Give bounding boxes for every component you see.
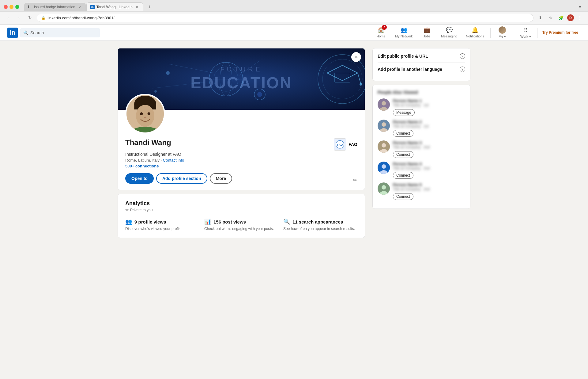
svg-point-24 [140, 112, 143, 115]
analytics-search-appearances[interactable]: 🔍 11 search appearances See how often yo… [283, 218, 357, 232]
list-item: Person Name 1 Title at Company · 1st Mes… [378, 98, 465, 116]
my-network-icon: 👥 [401, 27, 407, 33]
linkedin-nav: 🏠 8 Home 👥 My Network 💼 Jobs 💬 Messaging… [372, 25, 581, 41]
edit-profile-button[interactable]: ✏ [350, 175, 360, 185]
fao-logo-svg: FAO [336, 140, 344, 149]
post-views-icon: 📊 [204, 218, 211, 225]
message-button[interactable]: Message [393, 109, 415, 116]
edit-public-profile-help[interactable]: ? [460, 53, 465, 59]
people-card-title: People Also Viewed [378, 90, 465, 95]
contact-info-link[interactable]: Contact info [163, 158, 184, 163]
profile-info-container: Thandi Wang FAO FAO I [118, 110, 365, 190]
maximize-button[interactable] [15, 5, 19, 9]
svg-point-38 [382, 143, 386, 147]
nav-home[interactable]: 🏠 8 Home [372, 25, 390, 41]
nav-messaging[interactable]: 💬 Messaging [437, 25, 461, 41]
person-name: Person Name 1 [393, 98, 465, 103]
profile-views-icon: 👥 [125, 218, 132, 225]
nav-jobs[interactable]: 💼 Jobs [418, 25, 436, 41]
close-button[interactable] [4, 5, 8, 9]
nav-messaging-label: Messaging [441, 34, 457, 38]
forward-button[interactable]: › [15, 13, 23, 22]
connect-button[interactable]: Connect [393, 151, 413, 158]
nav-my-network[interactable]: 👥 My Network [391, 25, 417, 41]
profile-info-area: Thandi Wang FAO FAO I [118, 135, 365, 190]
person-actions: Connect [393, 151, 465, 158]
address-bar[interactable]: 🔒 linkedin.com/in/thandi-wang-7ab8901/ [37, 14, 533, 22]
notifications-icon: 🔔 [472, 27, 478, 33]
nav-home-label: Home [376, 34, 385, 38]
connections-link[interactable]: 500+ connections [125, 164, 357, 168]
org-logo: FAO [334, 138, 346, 151]
profile-headline: Instructional Designer at FAO [125, 152, 357, 157]
main-content: FUTURE EDUCATION [110, 41, 478, 245]
browser-chrome: ℹ Issued badge information ✕ in Tandi Wa… [0, 0, 588, 25]
minimize-button[interactable] [9, 5, 13, 9]
share-icon[interactable]: ⬆ [536, 13, 545, 22]
reload-button[interactable]: ↻ [26, 13, 34, 22]
search-input[interactable] [30, 30, 97, 35]
analytics-search-appearances-desc: See how often you appear in search resul… [283, 226, 357, 232]
person-actions: Connect [393, 130, 465, 137]
avatar-svg [126, 94, 164, 134]
analytics-profile-views-value: 9 profile views [134, 219, 166, 224]
menu-icon[interactable]: ⋮ [576, 13, 584, 22]
profile-org[interactable]: FAO FAO [334, 138, 357, 151]
nav-me-label: Me ▾ [499, 35, 506, 39]
nav-divider-3 [537, 28, 537, 38]
lock-icon: 🔒 [41, 16, 46, 20]
person-desc: Title at Company · 2nd [393, 187, 465, 192]
nav-notifications[interactable]: 🔔 Notifications [462, 25, 488, 41]
messaging-icon: 💬 [446, 27, 453, 33]
search-icon: 🔍 [23, 30, 28, 35]
tab-favicon-1: ℹ [28, 5, 32, 9]
open-to-button[interactable]: Open to [125, 173, 154, 184]
tab-linkedin[interactable]: in Tandi Wang | LinkedIn ✕ [86, 2, 143, 11]
list-item: Person Name 5 Title at Company · 2nd Con… [378, 182, 465, 200]
svg-text:FAO: FAO [337, 143, 343, 146]
jobs-icon: 💼 [424, 27, 430, 33]
back-button[interactable]: ‹ [4, 13, 12, 22]
connect-button[interactable]: Connect [393, 193, 413, 200]
tab-title-2: Tandi Wang | LinkedIn [96, 5, 133, 9]
add-tab-button[interactable]: + [145, 3, 154, 11]
analytics-title: Analytics [125, 200, 357, 207]
person-name: Person Name 4 [393, 162, 465, 166]
edit-cover-icon: ✏ [355, 55, 358, 59]
analytics-post-views[interactable]: 📊 156 post views Check out who's engagin… [204, 218, 278, 232]
more-button[interactable]: More [210, 173, 232, 184]
svg-point-28 [141, 96, 149, 104]
linkedin-logo[interactable]: in [7, 28, 18, 38]
avatar [378, 140, 390, 153]
avatar [378, 162, 390, 174]
edit-profile-icon: ✏ [353, 177, 357, 183]
premium-button[interactable]: Try Premium for free [540, 30, 581, 35]
analytics-profile-views-desc: Discover who's viewed your profile. [125, 226, 199, 232]
person-actions: Connect [393, 172, 465, 179]
edit-cover-button[interactable]: ✏ [351, 52, 361, 62]
browser-profile-button[interactable]: D [567, 14, 574, 21]
person-name: Person Name 2 [393, 120, 465, 124]
bookmark-icon[interactable]: ☆ [546, 13, 555, 22]
svg-point-15 [360, 83, 362, 86]
analytics-subtitle: 👁 Private to you [125, 208, 357, 212]
extensions-icon[interactable]: 🧩 [557, 13, 565, 22]
person-info: Person Name 4 Title at Company · 2nd Con… [393, 162, 465, 179]
tab-close-2[interactable]: ✕ [134, 5, 139, 10]
tab-close-1[interactable]: ✕ [77, 5, 82, 10]
add-profile-section-button[interactable]: Add profile section [156, 173, 207, 184]
nav-work[interactable]: ⠿ Work ▾ [517, 25, 535, 41]
connect-button[interactable]: Connect [393, 130, 413, 137]
analytics-post-views-desc: Check out who's engaging with your posts… [204, 226, 278, 232]
nav-me[interactable]: Me ▾ [493, 25, 511, 41]
add-language-row[interactable]: Add profile in another language ? [378, 67, 465, 72]
analytics-profile-views[interactable]: 👥 9 profile views Discover who's viewed … [125, 218, 199, 232]
tab-issued-badge[interactable]: ℹ Issued badge information ✕ [24, 3, 86, 11]
connect-button[interactable]: Connect [393, 172, 413, 179]
analytics-grid: 👥 9 profile views Discover who's viewed … [125, 218, 357, 232]
add-language-help[interactable]: ? [460, 67, 465, 72]
edit-public-profile-row[interactable]: Edit public profile & URL ? [378, 53, 465, 59]
avatar [378, 182, 390, 195]
search-bar[interactable]: 🔍 [20, 28, 100, 37]
sidebar-divider [378, 63, 465, 63]
